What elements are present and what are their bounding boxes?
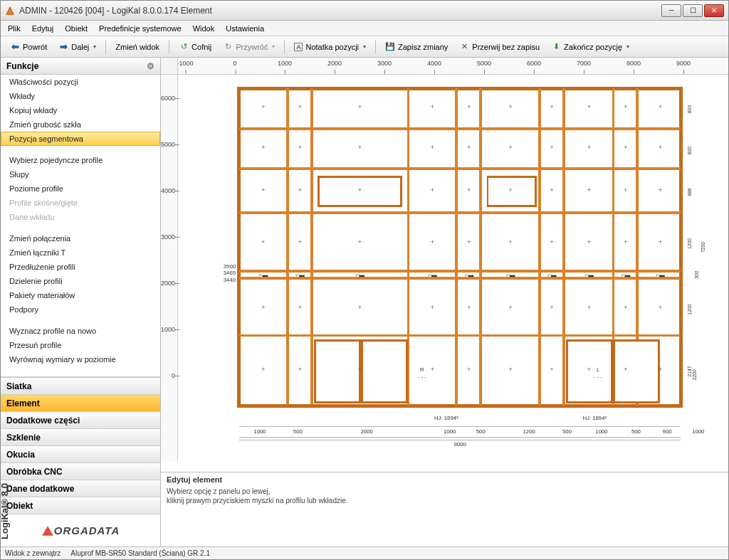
svg-text:+: +	[358, 186, 362, 194]
menu-widok[interactable]: Widok	[189, 23, 219, 34]
accordion-item[interactable]: Obiekt	[1, 497, 160, 514]
ruler-horizontal: -100001000200030004000500060007000800090…	[178, 58, 728, 75]
note-icon: A	[294, 43, 303, 51]
svg-text:+: +	[659, 186, 663, 194]
func-item: Dane wkładu	[1, 210, 160, 224]
accordion-item[interactable]: Element	[1, 394, 160, 411]
svg-text:HJ: 1894²: HJ: 1894²	[434, 415, 458, 421]
sidebar: Funkcje ⚙ Właściwości pozycjiWkładyKopiu…	[1, 58, 161, 546]
func-item[interactable]: Wyznacz profile na nowo	[1, 324, 160, 338]
svg-rect-22	[362, 340, 407, 402]
func-item[interactable]: Słupy	[1, 167, 160, 181]
gear-icon[interactable]: ⚙	[147, 61, 154, 71]
minimize-button[interactable]: ─	[661, 4, 681, 17]
drawing-viewport[interactable]: 350034653440	[178, 75, 728, 461]
svg-text:+: +	[431, 238, 435, 245]
svg-text:+: +	[298, 303, 302, 311]
note-button[interactable]: ANotatka pozycji▾	[289, 39, 371, 55]
accordion-item[interactable]: Dodatkowe części	[1, 411, 160, 428]
func-item[interactable]: Właściwości pozycji	[1, 75, 160, 89]
svg-text:+: +	[467, 186, 471, 194]
svg-text:9000: 9000	[454, 441, 466, 448]
status-system: Aluprof MB-SR50 Standard (Ściana) GR 2.1	[70, 549, 210, 557]
func-item[interactable]: Zmień grubość szkła	[1, 117, 160, 132]
maximize-button[interactable]: ☐	[683, 4, 703, 17]
svg-text:+: +	[298, 186, 302, 194]
func-item[interactable]: Wybierz pojedyncze profile	[1, 153, 160, 167]
svg-text:+: +	[659, 365, 663, 373]
change-view-button[interactable]: Zmień widok	[110, 39, 164, 55]
func-item[interactable]: Zmień połączenia	[1, 231, 160, 245]
svg-text:⌐▬: ⌐▬	[429, 272, 438, 278]
svg-text:+: +	[431, 365, 435, 373]
svg-rect-24	[614, 340, 659, 402]
app-icon	[5, 6, 15, 16]
function-list: Właściwości pozycjiWkładyKopiuj wkładyZm…	[1, 75, 160, 377]
cancel-button[interactable]: ✕Przerwij bez zapisu	[454, 39, 545, 55]
brand-logo: ORGADATA	[1, 514, 160, 546]
accordion-item[interactable]: Dane dodatkowe	[1, 480, 160, 497]
func-item[interactable]: Przesuń profile	[1, 338, 160, 352]
svg-text:500: 500	[631, 428, 641, 435]
menu-edytuj[interactable]: Edytuj	[28, 23, 58, 34]
svg-text:800: 800	[687, 147, 692, 155]
save-button[interactable]: 💾Zapisz zmiany	[380, 39, 453, 55]
status-view: Widok z zewnątrz	[5, 549, 61, 557]
svg-text:+: +	[624, 303, 628, 311]
func-item[interactable]: Poziome profile	[1, 181, 160, 196]
svg-text:800: 800	[687, 105, 692, 114]
svg-text:+: +	[659, 238, 663, 245]
svg-text:+: +	[358, 102, 362, 110]
redo-button[interactable]: ↻Przywróć▾	[218, 39, 280, 55]
accordion-item[interactable]: Obróbka CNC	[1, 463, 160, 480]
svg-text:+: +	[261, 143, 266, 151]
undo-icon: ↺	[179, 42, 189, 52]
func-item[interactable]: Pozycja segmentowa	[1, 132, 160, 146]
svg-text:+: +	[467, 365, 471, 373]
func-item[interactable]: Wyrównaj wymiary w poziomie	[1, 352, 160, 366]
svg-rect-21	[315, 340, 360, 402]
menu-predefinicje[interactable]: Predefinicje systemowe	[95, 23, 186, 34]
finish-icon: ⬇	[551, 42, 561, 52]
svg-text:+: +	[358, 365, 362, 373]
hint-line2: kliknij prawym przyciskiem myszki na pro…	[167, 496, 723, 505]
svg-text:+: +	[624, 186, 628, 194]
func-item[interactable]: Zmień łączniki T	[1, 245, 160, 260]
svg-text:+: +	[659, 143, 663, 151]
titlebar: ADMIN - 120426 [004] - LogiKal 8.0.0.174…	[1, 1, 728, 21]
menu-ustawienia[interactable]: Ustawienia	[221, 23, 268, 34]
svg-text:HJ: 1894²: HJ: 1894²	[582, 415, 607, 421]
svg-text:+: +	[467, 143, 471, 151]
svg-text:+: +	[298, 102, 302, 110]
cancel-icon: ✕	[459, 42, 469, 52]
svg-text:+: +	[358, 238, 362, 245]
func-item[interactable]: Dzielenie profili	[1, 274, 160, 288]
svg-text:886: 886	[687, 188, 692, 196]
func-item[interactable]: Kopiuj wkłady	[1, 103, 160, 117]
svg-text:+: +	[624, 365, 628, 373]
func-item[interactable]: Przedłużenie profili	[1, 260, 160, 274]
svg-text:+: +	[298, 365, 302, 373]
accordion-item[interactable]: Siatka	[1, 377, 160, 394]
forward-button[interactable]: ➡Dalej▾	[53, 39, 101, 55]
statusbar: Widok z zewnątrz Aluprof MB-SR50 Standar…	[1, 546, 728, 559]
accordion-item[interactable]: Okucia	[1, 445, 160, 463]
redo-icon: ↻	[223, 42, 233, 52]
func-item[interactable]: Pakiety materiałów	[1, 288, 160, 302]
svg-text:+: +	[508, 102, 513, 110]
func-item[interactable]: Podpory	[1, 302, 160, 317]
finish-button[interactable]: ⬇Zakończ pozycję▾	[546, 39, 634, 55]
svg-text:+: +	[550, 365, 554, 373]
menubar: Plik Edytuj Obiekt Predefinicje systemow…	[1, 21, 728, 36]
svg-text:+: +	[508, 238, 513, 245]
back-button[interactable]: ⬅Powrót	[5, 39, 52, 55]
func-item: Profile skośne/gięte	[1, 196, 160, 210]
svg-text:+: +	[261, 303, 266, 311]
accordion-item[interactable]: Szklenie	[1, 428, 160, 445]
menu-plik[interactable]: Plik	[4, 23, 25, 34]
menu-obiekt[interactable]: Obiekt	[61, 23, 92, 34]
undo-button[interactable]: ↺Cofnij	[174, 39, 216, 55]
close-button[interactable]: ✕	[704, 4, 724, 17]
accordion: SiatkaElementDodatkowe częściSzklenieOku…	[1, 377, 160, 514]
func-item[interactable]: Wkłady	[1, 89, 160, 103]
